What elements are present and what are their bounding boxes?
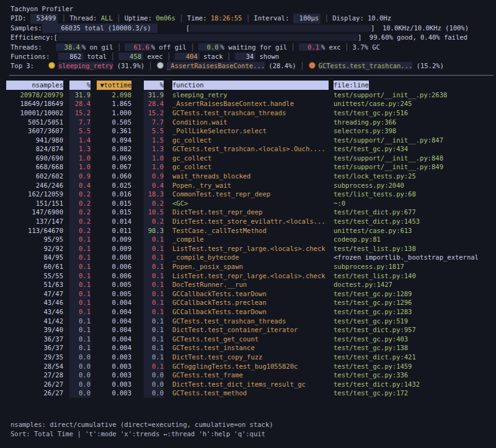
cell-nsamples: 51/63: [6, 280, 63, 289]
cell-nsamples: 47/47: [6, 289, 63, 299]
separator: │: [321, 14, 332, 23]
cell-function: GCCallbackTests.tearDown: [172, 307, 329, 317]
column-header-function[interactable]: function: [172, 81, 329, 90]
thread-value[interactable]: ALL: [101, 14, 113, 23]
uptime-label: Uptime:: [125, 14, 156, 23]
separator: │: [287, 43, 299, 51]
interval-value: 100µs: [293, 14, 321, 23]
cell-pct-cumulative: 0.1: [144, 317, 164, 326]
functions-label: Functions:: [11, 52, 50, 61]
cell-file-line: subprocess.py:2040: [334, 181, 496, 190]
pid-value: 53499: [30, 14, 58, 23]
cell-nsamples: 137/147: [6, 217, 63, 226]
cell-pct-cumulative: 18.3: [144, 190, 164, 199]
cell-pct-direct: 0.2: [69, 226, 91, 235]
cell-pct-cumulative: 15.2: [144, 108, 164, 118]
cell-nsamples: 95/95: [6, 235, 63, 244]
cell-nsamples: 20978/20979: [6, 90, 63, 100]
cell-tottime: 0.067: [97, 162, 131, 172]
cell-file-line: test/list_tests.py:68: [334, 190, 496, 199]
cell-pct-cumulative: 0.0: [144, 389, 164, 398]
app-title: Tachyon Profiler: [11, 4, 73, 14]
cell-pct-direct: 1.4: [69, 136, 91, 145]
separator: │: [144, 62, 156, 69]
cell-pct-cumulative: 0.1: [144, 325, 164, 335]
cell-pct-direct: 1.3: [69, 144, 91, 154]
cell-tottime: 0.060: [97, 172, 131, 181]
cell-file-line: test/test_gc.py:138: [334, 343, 496, 353]
cell-nsamples: 10001/10002: [6, 108, 63, 118]
cell-file-line: threading.py:366: [334, 118, 496, 127]
cell-pct-direct: 0.0: [69, 353, 91, 362]
table-row: 824/8741.30.0821.3GCTests.test_trashcan.…: [6, 144, 496, 154]
functions-total-value: 862: [58, 53, 83, 60]
cell-nsamples: 84/95: [6, 253, 63, 262]
cell-pct-cumulative: 31.9: [144, 90, 164, 100]
cell-pct-direct: 0.0: [69, 380, 91, 389]
table-row: 137/1470.20.0140.2DictTest.test_store_ev…: [6, 217, 496, 226]
cell-pct-cumulative: 0.1: [144, 271, 164, 281]
threads-label: Threads:: [11, 43, 42, 52]
functions-shown-value: 34: [235, 53, 256, 60]
cell-tottime: 0.069: [97, 154, 131, 163]
cell-nsamples: 60/61: [6, 262, 63, 271]
column-header-pct-cumulative[interactable]: %: [144, 81, 164, 90]
cell-function: Popen._try_wait: [172, 181, 329, 190]
separator: │: [223, 53, 235, 60]
cell-pct-cumulative: 0.1: [144, 235, 164, 244]
efficiency-bar: [58, 34, 358, 41]
gold-medal-icon: [48, 62, 55, 69]
cell-pct-direct: 7.7: [69, 118, 91, 127]
table-body: 20978/2097931.92.09831.9sleeping_retryte…: [6, 90, 496, 398]
cell-file-line: subprocess.py:1817: [334, 262, 496, 271]
threads-gc-suffix: % GC: [365, 43, 380, 51]
title-row: Tachyon Profiler: [11, 4, 496, 14]
cell-nsamples: 41/42: [6, 317, 63, 326]
cell-pct-cumulative: 98.3: [144, 226, 164, 235]
cell-file-line: doctest.py:1427: [334, 280, 496, 289]
table-row: 668/6681.00.0671.0gc_collecttest/support…: [6, 162, 496, 172]
separator: │: [113, 43, 125, 51]
cell-tottime: 0.094: [97, 136, 131, 145]
table-row: 147/69000.20.01510.5DictTest.test_repr_d…: [6, 208, 496, 217]
efficiency-row: Efficiency:[] 99.60% good, 0.40% failed: [11, 33, 496, 42]
cell-nsamples: 246/246: [6, 181, 63, 190]
cell-function: GCTests.test_trashcan.<locals>.Ouch....: [172, 144, 329, 154]
cell-pct-cumulative: 1.0: [144, 154, 164, 163]
cell-nsamples: 602/602: [6, 172, 63, 181]
column-header-tottime[interactable]: ▼tottime: [97, 81, 131, 90]
column-header-file-line[interactable]: file:line: [334, 81, 496, 90]
cell-function: CommonTest.test_repr_deep: [172, 190, 329, 199]
functions-stack-value: 404: [175, 53, 200, 60]
cell-function: DocTestRunner.__run: [172, 280, 329, 289]
table-row: 20978/2097931.92.09831.9sleeping_retryte…: [6, 90, 496, 100]
column-header-nsamples[interactable]: nsamples: [6, 81, 63, 90]
cell-function: ListTest.test_repr_large.<locals>.check: [172, 244, 329, 253]
cell-nsamples: 668/668: [6, 162, 63, 172]
cell-tottime: 0.004: [97, 343, 131, 353]
cell-tottime: 0.003: [97, 371, 131, 380]
cell-pct-direct: 0.1: [69, 298, 91, 307]
column-header-pct-direct[interactable]: %: [69, 81, 91, 90]
separator: │: [242, 14, 254, 23]
table-row: 36/370.10.0040.1GCTests.test_get_countte…: [6, 335, 496, 344]
footer: nsamples: direct/cumulative (direct=exec…: [11, 420, 496, 439]
cell-tottime: 0.082: [97, 144, 131, 154]
samples-bar: [190, 25, 371, 32]
cell-tottime: 0.004: [97, 335, 131, 344]
top3-list: sleeping_retry (31.9%) │ _AssertRaisesBa…: [48, 61, 444, 71]
separator: │: [163, 53, 175, 60]
table-row: 41/420.10.0040.1GCTests.test_trashcan_th…: [6, 317, 496, 326]
cell-pct-direct: 1.0: [69, 162, 91, 172]
table-row: 3607/36075.50.3615.5_PollLikeSelector.se…: [6, 126, 496, 136]
cell-nsamples: 55/55: [6, 271, 63, 281]
table-row: 47/470.10.0050.1GCCallbackTests.tearDown…: [6, 289, 496, 299]
cell-function: GCCallbackTests.preclean: [172, 298, 329, 307]
cell-file-line: test/test_gc.py:434: [334, 144, 496, 154]
table-row: 51/630.10.0050.1DocTestRunner.__rundocte…: [6, 280, 496, 289]
time-value: 18:26:55: [211, 14, 242, 23]
cell-pct-direct: 0.1: [69, 325, 91, 335]
table-row: 18649/1864928.41.86528.4_AssertRaisesBas…: [6, 99, 496, 108]
cell-pct-cumulative: 0.0: [144, 380, 164, 389]
cell-tottime: 0.004: [97, 317, 131, 326]
